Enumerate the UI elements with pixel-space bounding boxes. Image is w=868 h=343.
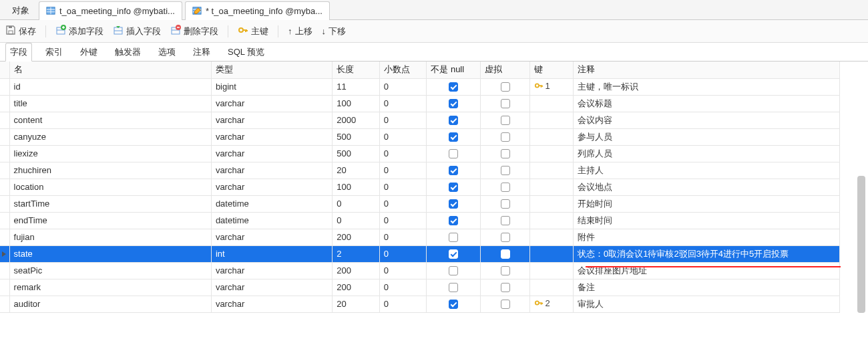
cell-not-null[interactable] bbox=[427, 212, 481, 229]
cell-not-null[interactable] bbox=[427, 162, 481, 179]
table-row[interactable]: fujianvarchar2000附件 bbox=[0, 229, 840, 245]
cell-comment[interactable]: 主持人 bbox=[573, 162, 839, 179]
cell-not-null[interactable] bbox=[427, 195, 481, 212]
cell-not-null[interactable] bbox=[427, 78, 481, 95]
cell-not-null[interactable] bbox=[427, 145, 481, 162]
cell-name[interactable]: auditor bbox=[9, 296, 211, 312]
cell-virtual[interactable] bbox=[480, 212, 530, 229]
cell-comment[interactable]: 列席人员 bbox=[573, 145, 839, 162]
cell-comment[interactable]: 状态：0取消会议1待审核2驳回3待开4进行中5开启投票 bbox=[573, 245, 839, 262]
cell-virtual[interactable] bbox=[480, 95, 530, 112]
cell-length[interactable]: 500 bbox=[333, 128, 380, 145]
header-key[interactable]: 键 bbox=[530, 62, 573, 78]
cell-name[interactable]: remark bbox=[9, 279, 211, 296]
checkbox-icon[interactable] bbox=[501, 266, 510, 275]
primary-key-button[interactable]: 主键 bbox=[238, 25, 268, 37]
header-decimals[interactable]: 小数点 bbox=[379, 62, 427, 78]
cell-key[interactable] bbox=[530, 195, 573, 212]
tab-table-2-active[interactable]: * t_oa_meeting_info @myba... bbox=[185, 1, 330, 20]
cell-comment[interactable]: 备注 bbox=[573, 279, 839, 296]
checkbox-icon[interactable] bbox=[501, 216, 510, 225]
cell-name[interactable]: liexize bbox=[9, 145, 211, 162]
cell-decimals[interactable]: 0 bbox=[379, 179, 427, 195]
cell-not-null[interactable] bbox=[427, 128, 481, 145]
move-up-button[interactable]: ↑ 上移 bbox=[288, 25, 312, 37]
tab-foreign-keys[interactable]: 外键 bbox=[76, 43, 101, 61]
cell-length[interactable]: 100 bbox=[333, 179, 380, 195]
cell-name[interactable]: title bbox=[9, 95, 211, 112]
cell-length[interactable]: 11 bbox=[333, 78, 380, 95]
table-row[interactable]: auditorvarchar2002审批人 bbox=[0, 296, 840, 312]
cell-decimals[interactable]: 0 bbox=[379, 95, 427, 112]
checkbox-icon[interactable] bbox=[449, 216, 458, 225]
cell-type[interactable]: datetime bbox=[211, 212, 332, 229]
cell-type[interactable]: varchar bbox=[211, 145, 332, 162]
cell-comment[interactable]: 会议排座图片地址 bbox=[573, 262, 839, 279]
table-row[interactable]: seatPicvarchar2000会议排座图片地址 bbox=[0, 262, 840, 279]
cell-name[interactable]: startTime bbox=[9, 195, 211, 212]
cell-virtual[interactable] bbox=[480, 78, 530, 95]
checkbox-icon[interactable] bbox=[501, 199, 510, 209]
table-row[interactable]: endTimedatetime00结束时间 bbox=[0, 212, 840, 229]
cell-length[interactable]: 20 bbox=[333, 296, 380, 312]
cell-decimals[interactable]: 0 bbox=[379, 212, 427, 229]
checkbox-icon[interactable] bbox=[501, 166, 510, 175]
cell-type[interactable]: varchar bbox=[211, 229, 332, 245]
checkbox-icon[interactable] bbox=[501, 300, 510, 309]
cell-key[interactable] bbox=[530, 145, 573, 162]
cell-type[interactable]: int bbox=[211, 245, 332, 262]
cell-length[interactable]: 200 bbox=[333, 279, 380, 296]
cell-length[interactable]: 20 bbox=[333, 162, 380, 179]
cell-type[interactable]: varchar bbox=[211, 279, 332, 296]
cell-decimals[interactable]: 0 bbox=[379, 128, 427, 145]
cell-length[interactable]: 500 bbox=[333, 145, 380, 162]
checkbox-icon[interactable] bbox=[501, 283, 510, 292]
header-length[interactable]: 长度 bbox=[333, 62, 380, 78]
cell-virtual[interactable] bbox=[480, 145, 530, 162]
cell-comment[interactable]: 主键，唯一标识 bbox=[573, 78, 839, 95]
checkbox-icon[interactable] bbox=[449, 266, 458, 275]
table-row[interactable]: liexizevarchar5000列席人员 bbox=[0, 145, 840, 162]
cell-virtual[interactable] bbox=[480, 112, 530, 128]
cell-virtual[interactable] bbox=[480, 296, 530, 312]
checkbox-icon[interactable] bbox=[449, 116, 458, 125]
header-virtual[interactable]: 虚拟 bbox=[480, 62, 530, 78]
cell-type[interactable]: varchar bbox=[211, 179, 332, 195]
tab-options[interactable]: 选项 bbox=[154, 43, 180, 61]
cell-key[interactable] bbox=[530, 212, 573, 229]
cell-key[interactable] bbox=[530, 262, 573, 279]
cell-not-null[interactable] bbox=[427, 112, 481, 128]
cell-name[interactable]: canyuze bbox=[9, 128, 211, 145]
cell-key[interactable] bbox=[530, 128, 573, 145]
cell-virtual[interactable] bbox=[480, 179, 530, 195]
save-button[interactable]: 保存 bbox=[5, 25, 36, 37]
cell-comment[interactable]: 审批人 bbox=[573, 296, 839, 312]
vertical-scrollbar[interactable] bbox=[857, 176, 865, 313]
checkbox-icon[interactable] bbox=[501, 116, 510, 125]
tab-indexes[interactable]: 索引 bbox=[41, 43, 67, 61]
cell-key[interactable]: 1 bbox=[530, 78, 573, 95]
cell-decimals[interactable]: 0 bbox=[379, 229, 427, 245]
cell-virtual[interactable] bbox=[480, 279, 530, 296]
table-row[interactable]: idbigint1101主键，唯一标识 bbox=[0, 78, 840, 95]
cell-not-null[interactable] bbox=[427, 279, 481, 296]
cell-virtual[interactable] bbox=[480, 128, 530, 145]
cell-decimals[interactable]: 0 bbox=[379, 162, 427, 179]
table-row[interactable]: stateint20状态：0取消会议1待审核2驳回3待开4进行中5开启投票 bbox=[0, 245, 840, 262]
cell-length[interactable]: 100 bbox=[333, 95, 380, 112]
cell-key[interactable] bbox=[530, 179, 573, 195]
table-row[interactable]: startTimedatetime00开始时间 bbox=[0, 195, 840, 212]
checkbox-icon[interactable] bbox=[449, 249, 458, 259]
cell-type[interactable]: varchar bbox=[211, 296, 332, 312]
cell-name[interactable]: state bbox=[9, 245, 211, 262]
checkbox-icon[interactable] bbox=[449, 300, 458, 309]
cell-decimals[interactable]: 0 bbox=[379, 78, 427, 95]
tab-table-1[interactable]: t_oa_meeting_info @mybati... bbox=[39, 1, 182, 20]
header-type[interactable]: 类型 bbox=[211, 62, 332, 78]
cell-decimals[interactable]: 0 bbox=[379, 245, 427, 262]
tab-comment[interactable]: 注释 bbox=[189, 43, 214, 61]
checkbox-icon[interactable] bbox=[449, 283, 458, 292]
cell-decimals[interactable]: 0 bbox=[379, 296, 427, 312]
cell-not-null[interactable] bbox=[427, 262, 481, 279]
checkbox-icon[interactable] bbox=[501, 99, 510, 108]
